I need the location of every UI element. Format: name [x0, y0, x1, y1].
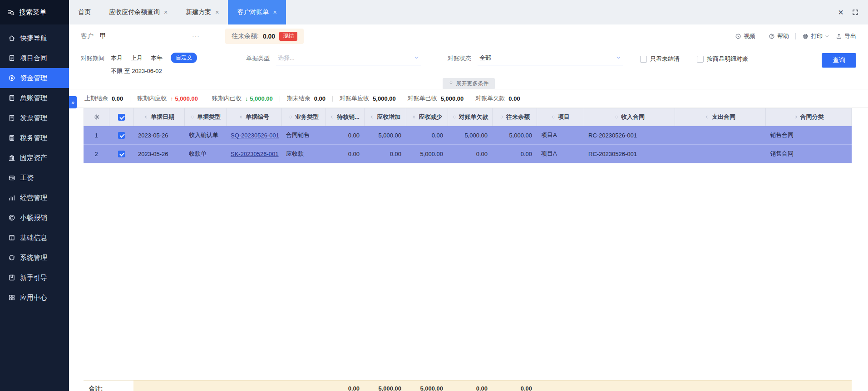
sort-icon[interactable]	[705, 115, 710, 119]
row-checkbox-cell[interactable]	[109, 145, 133, 163]
sort-icon[interactable]	[288, 115, 293, 119]
period-option[interactable]: 上月	[131, 54, 143, 62]
tab-close-icon[interactable]: ×	[273, 9, 276, 15]
table-cell: 5,000.00	[448, 126, 492, 144]
customer-value[interactable]: 甲	[100, 32, 186, 40]
customer-label: 客户	[81, 32, 94, 40]
sidebar-search[interactable]: 搜索菜单	[0, 0, 69, 24]
action-print[interactable]: 打印	[802, 32, 829, 40]
business-icon	[8, 194, 15, 201]
product-detail-checkbox[interactable]: 按商品明细对账	[697, 55, 748, 63]
doc-type-select[interactable]: 选择...	[276, 53, 421, 65]
action-video[interactable]: 视频	[735, 32, 755, 40]
panel-expand-button[interactable]: »	[69, 96, 77, 108]
table-cell: 2023-05-26	[133, 145, 184, 163]
tab[interactable]: 客户对账单×	[228, 0, 286, 24]
sidebar-item[interactable]: 系统管理	[0, 248, 69, 268]
doc-type-label: 单据类型	[246, 53, 270, 63]
sort-icon[interactable]	[144, 115, 148, 119]
column-header[interactable]: 单据类型	[185, 108, 227, 126]
table-row[interactable]: 12023-05-26收入确认单SQ-20230526-001合同销售0.005…	[84, 126, 852, 145]
checkbox-unchecked[interactable]	[640, 56, 647, 63]
expand-more-button[interactable]: 展开更多条件	[443, 78, 495, 89]
total-cell	[281, 380, 325, 391]
column-header[interactable]: 合同分类	[766, 108, 851, 126]
row-checkbox[interactable]	[118, 132, 125, 139]
period-option[interactable]: 自定义	[171, 53, 197, 63]
doc-number-link[interactable]: SQ-20230526-001	[231, 132, 279, 139]
table-cell: 0.00	[364, 145, 406, 163]
row-checkbox-cell[interactable]	[109, 126, 133, 144]
column-header[interactable]: 支出合同	[675, 108, 766, 126]
sidebar-item[interactable]: 固定资产	[0, 148, 69, 168]
sort-icon[interactable]	[551, 115, 556, 119]
select-all-checkbox[interactable]	[109, 108, 134, 126]
close-icon[interactable]: ×	[838, 8, 843, 17]
sidebar-item[interactable]: 资金管理	[0, 68, 69, 88]
tab[interactable]: 新建方案×	[177, 0, 228, 24]
sidebar-item[interactable]: 经营管理	[0, 188, 69, 208]
tab-close-icon[interactable]: ×	[164, 9, 168, 15]
action-export[interactable]: 导出	[836, 32, 856, 40]
table-row[interactable]: 22023-05-26收款单SK-20230526-001应收款0.000.00…	[84, 145, 852, 163]
sidebar-item[interactable]: 税务管理	[0, 128, 69, 148]
column-header[interactable]: 应收增加	[365, 108, 406, 126]
column-header[interactable]: 单据日期	[134, 108, 185, 126]
tab[interactable]: 应收应付余额查询×	[100, 0, 177, 24]
sort-icon[interactable]	[614, 115, 619, 119]
customer-more-button[interactable]: ···	[192, 33, 200, 40]
column-settings-button[interactable]	[84, 108, 109, 126]
app-center-icon	[8, 294, 15, 301]
sidebar-item[interactable]: 发票管理	[0, 108, 69, 128]
sort-icon[interactable]	[499, 115, 504, 119]
summary-bar: 上期结余0.00账期内应收↑ 5,000.00账期内已收↓ 5,000.00期末…	[69, 89, 868, 108]
sort-icon[interactable]	[239, 115, 243, 119]
unsettled-checkbox[interactable]: 只看未结清	[640, 55, 680, 63]
status-select[interactable]: 全部	[478, 53, 623, 65]
sidebar-item[interactable]: 项目合同	[0, 48, 69, 68]
action-help[interactable]: 帮助	[769, 32, 789, 40]
checkbox-checked[interactable]	[118, 114, 125, 121]
status-label: 对账状态	[448, 53, 471, 63]
column-header[interactable]: 业务类型	[282, 108, 326, 126]
total-cell	[537, 380, 584, 391]
summary-item-label: 期末结余	[287, 94, 311, 103]
customer-field[interactable]: 客户 甲 ···	[81, 32, 200, 40]
summary-item-label: 上期结余	[84, 94, 108, 103]
sort-icon[interactable]	[190, 115, 195, 119]
column-header[interactable]: 单据编号	[227, 108, 282, 126]
period-option[interactable]: 本年	[151, 54, 163, 62]
sort-icon[interactable]	[370, 115, 375, 119]
sidebar-item[interactable]: 工资	[0, 168, 69, 188]
sort-icon[interactable]	[330, 115, 335, 119]
sidebar-item[interactable]: 快捷导航	[0, 28, 69, 48]
column-header[interactable]: 收入合同	[584, 108, 675, 126]
column-header-label: 单据编号	[246, 113, 269, 121]
checkbox-unchecked[interactable]	[697, 56, 704, 63]
tab[interactable]: 首页	[69, 0, 100, 24]
tab-close-icon[interactable]: ×	[215, 9, 219, 15]
sidebar-item[interactable]: 新手引导	[0, 268, 69, 288]
sidebar-item[interactable]: 应用中心	[0, 288, 69, 308]
column-header[interactable]: 对账单欠款	[448, 108, 493, 126]
column-header[interactable]: 待核销...	[326, 108, 365, 126]
table-cell: 0.00	[325, 126, 364, 144]
table-cell: 5,000.00	[364, 126, 406, 144]
period-option[interactable]: 本月	[111, 54, 123, 62]
sidebar-item[interactable]: 总账管理	[0, 88, 69, 108]
doc-number-link[interactable]: SK-20230526-001	[231, 151, 279, 157]
sort-icon[interactable]	[452, 115, 457, 119]
chevron-down-icon	[616, 54, 621, 62]
query-button[interactable]: 查询	[822, 53, 856, 68]
row-checkbox[interactable]	[118, 151, 125, 157]
tab-label: 应收应付余额查询	[109, 8, 160, 16]
sort-icon[interactable]	[412, 115, 416, 119]
sidebar-item[interactable]: 小畅报销	[0, 208, 69, 228]
column-header[interactable]: 应收减少	[406, 108, 448, 126]
sort-icon[interactable]	[794, 115, 798, 119]
column-header[interactable]: 项目	[537, 108, 584, 126]
period-range[interactable]: 不限 至 2023-06-02	[111, 67, 197, 75]
column-header[interactable]: 往来余额	[493, 108, 537, 126]
fullscreen-icon[interactable]	[852, 9, 859, 16]
sidebar-item[interactable]: 基础信息	[0, 228, 69, 248]
